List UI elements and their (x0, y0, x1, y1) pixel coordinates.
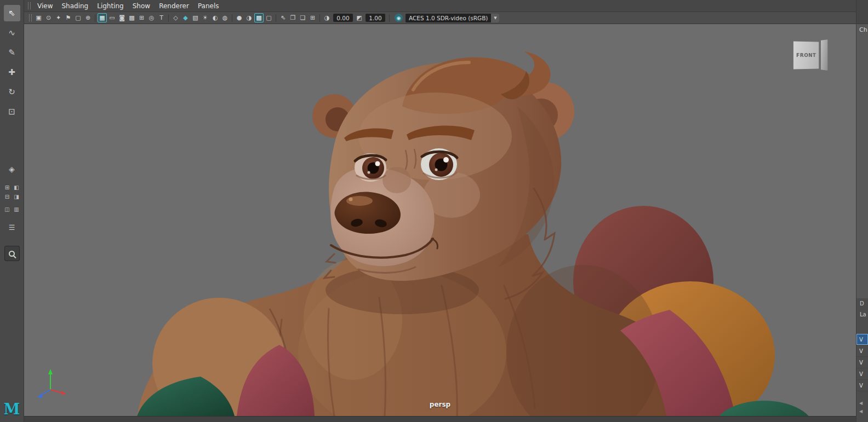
toolbar-separator (319, 14, 320, 22)
layer-visibility-toggle[interactable]: V (856, 334, 868, 345)
shading-icon-group: ◇◆▧☀◐◍ (171, 13, 230, 22)
menu-grip-handle[interactable] (28, 2, 31, 9)
bear-right-eye (421, 148, 457, 180)
menu-show[interactable]: Show (128, 2, 155, 10)
cheek-patch-right (423, 172, 480, 218)
window-edge (24, 416, 856, 422)
layer-visibility-toggle[interactable]: V (856, 380, 868, 391)
layer-visibility-toggle[interactable]: V (856, 368, 868, 380)
right-topbar (856, 0, 868, 24)
layer-visible-label: V (859, 360, 863, 366)
x-axis-arrow (50, 390, 62, 393)
bookmark-icon[interactable]: ⚑ (64, 13, 73, 22)
nose-bridge-shade (382, 167, 411, 193)
safe-action-icon[interactable]: ◎ (147, 13, 156, 22)
panel-scroll-arrow-icon[interactable]: ◀ (859, 401, 863, 406)
search-tool-button[interactable] (4, 246, 20, 261)
smooth-shade-icon[interactable]: ◆ (181, 13, 190, 22)
shadows-icon[interactable]: ◐ (210, 13, 220, 22)
multisample-icon[interactable]: ▩ (254, 13, 264, 22)
display-label: D (860, 300, 864, 307)
move-tool[interactable]: ✚ (4, 64, 20, 80)
scale-tool[interactable]: ⊡ (4, 103, 20, 120)
textured-ball-icon[interactable]: ◑ (244, 13, 254, 22)
fullscreen-icon[interactable]: ⊞ (308, 13, 317, 22)
two-pane-layout[interactable]: ⊟ (3, 193, 12, 201)
panel-scroll-arrow-icon[interactable]: ◀ (859, 409, 863, 414)
gates-icon-group: ▦▭◙▩⊞◎T (98, 13, 166, 22)
film-gate-icon[interactable]: ▭ (107, 13, 117, 22)
menu-lighting[interactable]: Lighting (93, 2, 128, 10)
layer-visible-label: V (859, 337, 863, 343)
gate-mask-icon[interactable]: ▩ (127, 13, 136, 22)
select-camera-icon[interactable]: ▣ (34, 13, 43, 22)
viewport[interactable]: FRONT persp (24, 24, 856, 416)
safe-title-icon[interactable]: T (157, 13, 166, 22)
layer-visibility-toggle[interactable]: V (856, 357, 868, 368)
layout-shortcuts-extra: ◫ ▥ (3, 205, 21, 213)
color-space-value: ACES 1.0 SDR-video (sRGB) (406, 15, 491, 21)
persp-graph-layout[interactable]: ◨ (13, 193, 21, 201)
image-plane-icon[interactable]: ▢ (73, 13, 83, 22)
select-tool[interactable]: ⇖ (4, 5, 20, 21)
lock-camera-icon[interactable]: ⊙ (44, 13, 53, 22)
gamma-icon[interactable]: ◩ (355, 13, 364, 22)
select-highlight-icon[interactable]: ⇖ (278, 13, 288, 22)
hypershade-layout[interactable]: ◫ (3, 205, 12, 213)
panel-scroll-arrows: ◀ ◀ (859, 401, 863, 414)
viewport-panel: View Shading Lighting Show Renderer Pane… (24, 0, 856, 422)
uv-editor-layout[interactable]: ▥ (13, 205, 21, 213)
paint-select-tool[interactable]: ✎ (4, 44, 20, 61)
tool-list: ⇖ ∿ ✎ ✚ ↻ ⊡ (4, 3, 20, 122)
layer-visibility-toggle[interactable]: V (856, 345, 868, 357)
menu-view[interactable]: View (33, 2, 57, 10)
y-axis-arrow (48, 369, 53, 374)
four-view-layout[interactable]: ⊞ (3, 183, 12, 192)
persp-outliner-layout[interactable]: ◧ (13, 183, 21, 192)
render-icon-group: ●◑▩▢ (235, 13, 273, 22)
chevron-down-icon[interactable]: ▼ (491, 14, 499, 22)
material-ball-icon[interactable]: ● (235, 13, 244, 22)
view-transform-icon[interactable]: ◉ (395, 14, 403, 22)
panel-menu-bar: View Shading Lighting Show Renderer Pane… (24, 0, 856, 12)
tool-box: ⇖ ∿ ✎ ✚ ↻ ⊡ ◈ ⊞ ◧ ⊟ ◨ (0, 0, 24, 422)
tear-off-copy-icon[interactable]: ❏ (298, 13, 307, 22)
exposure-field[interactable]: 0.00 (333, 14, 353, 22)
maya-window: ⇖ ∿ ✎ ✚ ↻ ⊡ ◈ ⊞ ◧ ⊟ ◨ (0, 0, 868, 422)
exposure-icon[interactable]: ◑ (322, 13, 332, 22)
field-chart-icon[interactable]: ⊞ (137, 13, 146, 22)
camera-label: persp (430, 401, 450, 408)
lasso-select-tool[interactable]: ∿ (4, 25, 20, 41)
layers-label: La (860, 311, 866, 317)
grid-icon[interactable]: ▦ (98, 13, 107, 22)
layer-visible-label: V (859, 371, 863, 377)
toolbar-separator (168, 14, 169, 22)
rotate-tool[interactable]: ↻ (4, 84, 20, 100)
occlusion-icon[interactable]: ◍ (220, 13, 230, 22)
toolbar-grip-handle[interactable] (29, 14, 32, 21)
menu-panels[interactable]: Panels (193, 2, 224, 10)
menu-renderer[interactable]: Renderer (155, 2, 193, 10)
magnifier-icon (9, 251, 15, 257)
single-pane-layout-button[interactable]: ◈ (4, 161, 20, 177)
view-cube-side-face[interactable] (821, 39, 827, 70)
backface-icon[interactable]: ▢ (264, 13, 273, 22)
pan-zoom-icon[interactable]: ⊕ (83, 13, 93, 22)
textured-icon[interactable]: ▧ (191, 13, 200, 22)
channel-box-tab[interactable]: Ch (859, 26, 867, 33)
camera-icon-group: ▣⊙✦⚑▢⊕ (34, 13, 93, 22)
toolbar-separator (276, 14, 276, 22)
view-cube-front-face[interactable]: FRONT (793, 42, 819, 70)
view-cube[interactable]: FRONT (793, 38, 830, 71)
resolution-gate-icon[interactable]: ◙ (117, 13, 127, 22)
wireframe-icon[interactable]: ◇ (171, 13, 180, 22)
outliner-layout-button[interactable]: ☰ (4, 219, 20, 235)
layer-list: V V V V V (856, 334, 868, 391)
color-space-dropdown[interactable]: ACES 1.0 SDR-video (sRGB) ▼ (406, 14, 499, 22)
camera-attributes-icon[interactable]: ✦ (54, 13, 63, 22)
menu-shading[interactable]: Shading (57, 2, 93, 10)
lights-icon[interactable]: ☀ (201, 13, 210, 22)
pop-panel-icon[interactable]: ❐ (288, 13, 298, 22)
panel-menus: View Shading Lighting Show Renderer Pane… (33, 2, 224, 10)
gamma-field[interactable]: 1.00 (366, 14, 385, 22)
